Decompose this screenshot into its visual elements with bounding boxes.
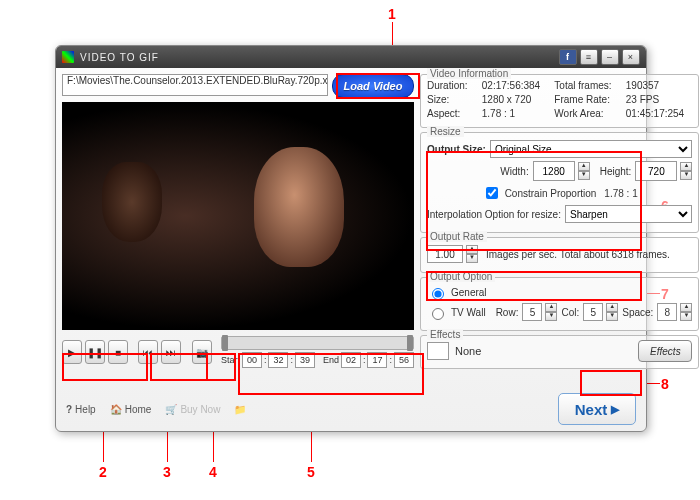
in-point-handle[interactable] xyxy=(222,335,228,351)
next-frame-button[interactable]: ⏭ xyxy=(161,340,181,364)
frame-rate-value: 23 FPS xyxy=(626,93,693,107)
output-size-select[interactable]: Original Size xyxy=(490,140,692,158)
col-up[interactable]: ▲ xyxy=(606,303,618,312)
width-input[interactable] xyxy=(533,161,575,181)
rate-up[interactable]: ▲ xyxy=(466,245,478,254)
home-link[interactable]: 🏠Home xyxy=(110,404,152,415)
window-title: VIDEO TO GIF xyxy=(80,52,159,63)
start-label: Start xyxy=(221,355,240,365)
next-button[interactable]: Next xyxy=(558,393,636,425)
output-rate-title: Output Rate xyxy=(427,231,487,242)
interp-select[interactable]: Sharpen xyxy=(565,205,692,223)
facebook-icon[interactable]: f xyxy=(559,49,577,65)
callout-2: 2 xyxy=(99,464,107,480)
work-area-label: Work Area: xyxy=(554,107,619,121)
width-down[interactable]: ▼ xyxy=(578,171,590,180)
aspect-label: Aspect: xyxy=(427,107,476,121)
size-label: Size: xyxy=(427,93,476,107)
help-link[interactable]: ?Help xyxy=(66,404,96,415)
app-icon xyxy=(62,51,74,63)
video-info-title: Video Information xyxy=(427,68,511,79)
width-up[interactable]: ▲ xyxy=(578,162,590,171)
output-size-label: Output Size: xyxy=(427,144,486,155)
col-input[interactable]: 5 xyxy=(583,303,603,321)
buy-link[interactable]: 🛒Buy Now xyxy=(165,404,220,415)
app-window: VIDEO TO GIF f ≡ – × F:\Movies\The.Couns… xyxy=(55,45,647,432)
effects-title: Effects xyxy=(427,329,463,340)
width-label: Width: xyxy=(500,166,528,177)
file-path-input[interactable]: F:\Movies\The.Counselor.2013.EXTENDED.Bl… xyxy=(62,74,328,96)
effects-preview xyxy=(427,342,449,360)
end-hours[interactable]: 02 xyxy=(341,352,361,368)
total-frames-label: Total frames: xyxy=(554,79,619,93)
general-radio[interactable] xyxy=(432,288,444,300)
interp-label: Interpolation Option for resize: xyxy=(427,209,561,220)
effects-button[interactable]: Effects xyxy=(638,340,692,362)
end-minutes[interactable]: 17 xyxy=(367,352,387,368)
space-up[interactable]: ▲ xyxy=(680,303,692,312)
space-label: Space: xyxy=(622,307,653,318)
callout-3: 3 xyxy=(163,464,171,480)
titlebar: VIDEO TO GIF f ≡ – × xyxy=(56,46,646,68)
resize-group: Resize Output Size: Original Size Width:… xyxy=(420,132,699,233)
constrain-label: Constrain Proportion xyxy=(505,188,597,199)
load-video-button[interactable]: Load Video xyxy=(332,74,414,98)
end-label: End xyxy=(323,355,339,365)
general-label: General xyxy=(451,287,487,298)
minimize-button[interactable]: – xyxy=(601,49,619,65)
callout-1: 1 xyxy=(388,6,396,22)
constrain-ratio: 1.78 : 1 xyxy=(604,188,637,199)
pause-button[interactable]: ❚❚ xyxy=(85,340,105,364)
out-point-handle[interactable] xyxy=(407,335,413,351)
rate-input[interactable]: 1.00 xyxy=(427,245,463,263)
callout-5: 5 xyxy=(307,464,315,480)
effects-group: Effects None Effects xyxy=(420,335,699,369)
output-option-title: Output Option xyxy=(427,271,495,282)
start-seconds[interactable]: 39 xyxy=(295,352,315,368)
video-info-group: Video Information Duration:02:17:56:384 … xyxy=(420,74,699,128)
play-button[interactable]: ▶ xyxy=(62,340,82,364)
video-preview xyxy=(62,102,414,330)
row-input[interactable]: 5 xyxy=(522,303,542,321)
callout-4: 4 xyxy=(209,464,217,480)
info-icon[interactable]: ≡ xyxy=(580,49,598,65)
duration-label: Duration: xyxy=(427,79,476,93)
rate-text: Images per sec. Total about 6318 frames. xyxy=(486,249,670,260)
duration-value: 02:17:56:384 xyxy=(482,79,549,93)
row-down[interactable]: ▼ xyxy=(545,312,557,321)
snapshot-button[interactable]: 📷 xyxy=(192,340,212,364)
resize-title: Resize xyxy=(427,126,464,137)
tvwall-radio[interactable] xyxy=(432,308,444,320)
prev-frame-button[interactable]: ⏮ xyxy=(138,340,158,364)
size-value: 1280 x 720 xyxy=(482,93,549,107)
work-area-value: 01:45:17:254 xyxy=(626,107,693,121)
space-down[interactable]: ▼ xyxy=(680,312,692,321)
seek-slider[interactable] xyxy=(221,336,414,350)
row-label: Row: xyxy=(496,307,519,318)
close-button[interactable]: × xyxy=(622,49,640,65)
output-rate-group: Output Rate 1.00 ▲▼ Images per sec. Tota… xyxy=(420,237,699,273)
output-option-group: Output Option General TV Wall Row: 5 ▲▼ … xyxy=(420,277,699,331)
end-seconds[interactable]: 56 xyxy=(394,352,414,368)
transport-bar: ▶ ❚❚ ■ ⏮ ⏭ 📷 Start 00: 32: xyxy=(62,336,414,368)
height-down[interactable]: ▼ xyxy=(680,171,692,180)
rate-down[interactable]: ▼ xyxy=(466,254,478,263)
frame-rate-label: Frame Rate: xyxy=(554,93,619,107)
stop-button[interactable]: ■ xyxy=(108,340,128,364)
footer: ?Help 🏠Home 🛒Buy Now 📁 Next xyxy=(66,393,636,425)
space-input[interactable]: 8 xyxy=(657,303,677,321)
height-up[interactable]: ▲ xyxy=(680,162,692,171)
height-label: Height: xyxy=(600,166,632,177)
tvwall-label: TV Wall xyxy=(451,307,486,318)
callout-8: 8 xyxy=(661,376,669,392)
col-down[interactable]: ▼ xyxy=(606,312,618,321)
constrain-checkbox[interactable] xyxy=(486,187,498,199)
col-label: Col: xyxy=(561,307,579,318)
aspect-value: 1.78 : 1 xyxy=(482,107,549,121)
row-up[interactable]: ▲ xyxy=(545,303,557,312)
height-input[interactable] xyxy=(635,161,677,181)
start-hours[interactable]: 00 xyxy=(242,352,262,368)
folder-link[interactable]: 📁 xyxy=(234,404,246,415)
start-minutes[interactable]: 32 xyxy=(268,352,288,368)
effects-name: None xyxy=(455,345,481,357)
